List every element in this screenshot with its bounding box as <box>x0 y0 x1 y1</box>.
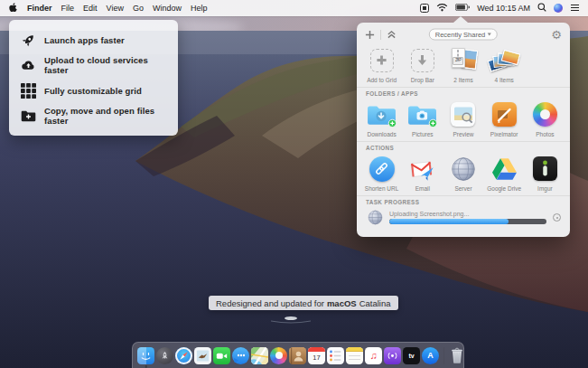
menu-view[interactable]: View <box>107 4 124 13</box>
grid-cell-photos[interactable]: Photos <box>525 100 565 137</box>
menu-go[interactable]: Go <box>133 4 144 13</box>
grid-cell-pixelmator[interactable]: Pixelmator <box>484 100 525 137</box>
grid-cell-label: Email <box>415 185 430 192</box>
grid-icon <box>21 83 36 99</box>
feature-label: Upload to cloud services faster <box>44 55 166 75</box>
grid-cell-imgur[interactable]: Imgur <box>525 155 565 192</box>
preview-app-icon <box>451 102 475 127</box>
feature-label: Launch apps faster <box>44 35 125 45</box>
dock-apple-tv-icon[interactable]: tv <box>403 347 420 364</box>
menu-window[interactable]: Window <box>153 4 182 13</box>
add-button[interactable] <box>365 30 375 40</box>
feature-row: Launch apps faster <box>14 27 173 52</box>
grid-cell-pictures[interactable]: Pictures <box>402 100 443 137</box>
dock-calendar-icon[interactable]: 17 <box>308 347 325 364</box>
dock-contacts-icon[interactable] <box>289 347 306 364</box>
dock-notes-icon[interactable] <box>346 347 363 364</box>
task-progress-row: Uploading Screenshot.png... <box>357 207 570 225</box>
grid-cell-downloads[interactable]: Downloads <box>361 100 402 137</box>
dock-preview-icon[interactable] <box>194 347 211 364</box>
grid-cell-label: Drop Bar <box>411 77 434 83</box>
grid-cell-label: Server <box>454 185 471 192</box>
grid-cell-add-to-grid[interactable]: Add to Grid <box>361 46 402 83</box>
feature-label: Fully customizable grid <box>44 86 142 96</box>
desktop: Finder File Edit View Go Window Help Wed… <box>0 0 588 368</box>
battery-icon[interactable] <box>455 4 470 13</box>
pictures-folder-icon <box>407 102 437 127</box>
menu-file[interactable]: File <box>61 4 75 13</box>
folders-apps-row: Downloads Pictures Preview Pixelmator <box>357 99 570 141</box>
grid-cell-drop-bar[interactable]: Drop Bar <box>402 46 443 83</box>
grid-items-row: Add to Grid Drop Bar ZIP 2 Items 4 It <box>357 44 570 87</box>
dashed-plus-icon <box>370 49 394 72</box>
photos-app-icon <box>533 102 557 127</box>
grid-cell-label: 4 Items <box>495 77 514 83</box>
feature-row: Fully customizable grid <box>14 78 173 103</box>
shared-dropdown-label: Recently Shared <box>435 31 485 39</box>
shared-dropdown[interactable]: Recently Shared <box>429 29 498 41</box>
actions-row: Shorten URL Email Server Google Drive <box>357 153 570 195</box>
feature-row: Copy, move and open files faster <box>14 103 173 128</box>
apple-menu-icon[interactable] <box>8 3 18 14</box>
dock-launchpad-icon[interactable] <box>156 347 173 364</box>
grid-cell-preview[interactable]: Preview <box>443 100 483 137</box>
grid-cell-4-items[interactable]: 4 Items <box>484 46 525 83</box>
app-store-letter: A <box>427 352 434 360</box>
grid-cell-google-drive[interactable]: Google Drive <box>484 155 525 192</box>
menu-finder[interactable]: Finder <box>27 4 52 13</box>
menu-bar: Finder File Edit View Go Window Help Wed… <box>0 0 588 16</box>
google-drive-icon <box>492 158 517 180</box>
menu-help[interactable]: Help <box>191 4 208 13</box>
notification-center-icon[interactable] <box>570 4 580 14</box>
menu-edit[interactable]: Edit <box>83 4 98 13</box>
spotlight-search-icon[interactable] <box>537 3 546 14</box>
dock-photos-icon[interactable] <box>270 347 287 364</box>
dock: 17 ♫ tv A <box>132 342 464 368</box>
shorten-url-icon <box>369 156 395 182</box>
caption-prefix: Redesigned and updated for <box>216 298 324 308</box>
dropzone-menubar-icon[interactable] <box>420 4 429 13</box>
grid-cell-label: Pixelmator <box>490 131 518 137</box>
dock-podcasts-icon[interactable] <box>384 347 401 364</box>
dashed-arrow-down-icon <box>411 49 434 72</box>
grid-cell-shorten-url[interactable]: Shorten URL <box>361 155 402 192</box>
grid-cell-label: Google Drive <box>487 185 521 192</box>
pixelmator-app-icon <box>492 102 517 127</box>
dock-messages-icon[interactable] <box>232 347 249 364</box>
grid-cell-email[interactable]: Email <box>402 155 443 192</box>
dock-finder-icon[interactable] <box>137 347 154 364</box>
feature-row: Upload to cloud services faster <box>14 52 173 78</box>
collapse-chevrons-icon[interactable] <box>387 30 397 39</box>
dock-app-store-icon[interactable]: A <box>422 347 439 364</box>
dropzone-popover: Recently Shared ⚙ Add to Grid Drop Bar <box>357 23 570 237</box>
dock-music-icon[interactable]: ♫ <box>365 347 382 364</box>
caret-down-icon <box>488 33 491 36</box>
grid-cell-label: Pictures <box>412 131 433 137</box>
tv-label: tv <box>408 353 414 359</box>
grid-cell-label: Add to Grid <box>367 77 397 83</box>
grid-cell-server[interactable]: Server <box>443 155 483 192</box>
wifi-icon[interactable] <box>436 3 448 14</box>
siri-icon[interactable] <box>554 4 563 13</box>
dock-reminders-icon[interactable] <box>327 347 344 364</box>
dock-safari-icon[interactable] <box>175 347 192 364</box>
cancel-task-button[interactable] <box>553 213 561 222</box>
caption-suffix: Catalina <box>359 298 391 308</box>
dock-facetime-icon[interactable] <box>213 347 230 364</box>
progress-bar <box>389 219 546 224</box>
zip-photo-stack-icon: ZIP <box>449 48 478 73</box>
grid-cell-label: Photos <box>536 131 554 137</box>
dock-trash-icon[interactable] <box>448 347 465 364</box>
calendar-day-number: 17 <box>313 352 320 363</box>
dock-maps-icon[interactable] <box>251 347 268 364</box>
menubar-clock[interactable]: Wed 10:15 AM <box>477 4 530 13</box>
dock-divider <box>443 347 444 364</box>
section-header-folders-apps: FOLDERS / APPS <box>357 87 570 99</box>
settings-gear-icon[interactable]: ⚙ <box>551 29 562 41</box>
grid-cell-2-items[interactable]: ZIP 2 Items <box>443 46 483 83</box>
photo-fan-icon <box>489 48 519 73</box>
caption-banner: Redesigned and updated for macOS Catalin… <box>209 296 398 310</box>
progress-fill <box>389 219 509 224</box>
task-label: Uploading Screenshot.png... <box>389 211 546 217</box>
toolbar-divider <box>380 30 381 40</box>
